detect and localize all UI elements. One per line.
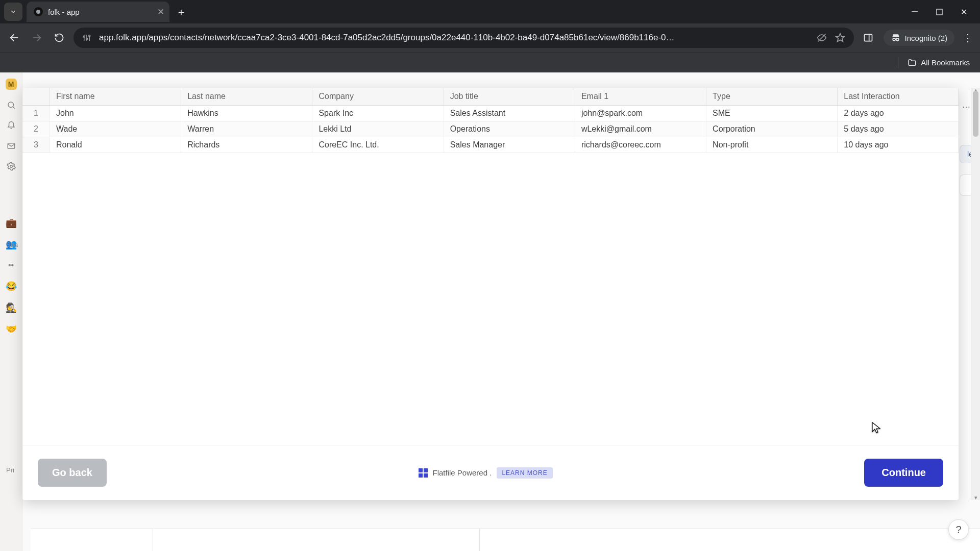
table-row[interactable]: 2WadeWarrenLekki LtdOperationswLekki@gma… bbox=[22, 121, 959, 137]
app-sidebar: M 💼 👥 •• 😂 🕵️ 🤝 bbox=[0, 72, 22, 551]
modal-footer: Go back Flatfile Powered . LEARN MORE Co… bbox=[22, 445, 959, 500]
incognito-icon bbox=[891, 33, 901, 43]
tab-strip: folk - app ✕ ＋ ✕ bbox=[0, 0, 980, 23]
table-cell[interactable]: Spark Inc bbox=[312, 106, 444, 121]
col-header[interactable]: Last name bbox=[181, 88, 312, 106]
table-cell[interactable]: Wade bbox=[50, 121, 181, 137]
new-tab-button[interactable]: ＋ bbox=[173, 3, 190, 20]
all-bookmarks-button[interactable]: All Bookmarks bbox=[908, 58, 970, 67]
gear-icon[interactable] bbox=[6, 161, 16, 171]
col-header[interactable]: Type bbox=[706, 88, 838, 106]
bg-footer bbox=[31, 529, 980, 551]
table-cell[interactable]: Operations bbox=[444, 121, 575, 137]
col-header[interactable]: Company bbox=[312, 88, 444, 106]
learn-more-link[interactable]: LEARN MORE bbox=[497, 467, 552, 479]
svg-marker-11 bbox=[836, 34, 844, 42]
table-cell[interactable]: richards@coreec.com bbox=[575, 137, 706, 153]
table-cell[interactable]: 10 days ago bbox=[838, 137, 959, 153]
workspace-avatar[interactable]: M bbox=[6, 79, 17, 90]
search-icon[interactable] bbox=[6, 100, 16, 110]
mail-icon[interactable] bbox=[6, 141, 16, 151]
close-window-button[interactable]: ✕ bbox=[959, 7, 969, 17]
address-bar[interactable]: app.folk.app/apps/contacts/network/ccaa7… bbox=[74, 28, 854, 48]
svg-rect-23 bbox=[424, 468, 428, 472]
sidebar-item[interactable]: 💼 bbox=[6, 217, 17, 229]
help-button[interactable]: ? bbox=[948, 519, 969, 540]
close-tab-button[interactable]: ✕ bbox=[157, 7, 164, 17]
bookmark-star-icon[interactable] bbox=[835, 33, 846, 43]
minimize-button[interactable] bbox=[910, 7, 920, 17]
svg-rect-12 bbox=[864, 34, 872, 41]
nav-back-button[interactable] bbox=[6, 30, 22, 46]
browser-chrome: folk - app ✕ ＋ ✕ app.folk.app/apps/conta… bbox=[0, 0, 980, 72]
table-cell[interactable]: 2 days ago bbox=[838, 106, 959, 121]
page: M 💼 👥 •• 😂 🕵️ 🤝 Sha Pri ⋯ le First name bbox=[0, 72, 980, 551]
site-settings-icon[interactable] bbox=[82, 33, 92, 42]
folder-icon bbox=[908, 58, 917, 67]
table-cell[interactable]: Ronald bbox=[50, 137, 181, 153]
sidepanel-icon[interactable] bbox=[860, 30, 876, 46]
table-cell[interactable]: 5 days ago bbox=[838, 121, 959, 137]
table-cell[interactable]: Hawkins bbox=[181, 106, 312, 121]
row-number: 1 bbox=[22, 106, 50, 121]
table-cell[interactable]: John bbox=[50, 106, 181, 121]
table-cell[interactable]: Non-profit bbox=[706, 137, 838, 153]
import-modal: First name Last name Company Job title E… bbox=[22, 88, 959, 500]
scrollbar[interactable]: ▴ ▾ bbox=[971, 88, 980, 500]
scroll-thumb[interactable] bbox=[973, 91, 978, 137]
flatfile-logo-icon bbox=[419, 468, 428, 478]
window-controls: ✕ bbox=[910, 7, 980, 17]
incognito-label: Incognito (2) bbox=[905, 34, 947, 42]
bookmarks-bar: All Bookmarks bbox=[0, 52, 980, 72]
bell-icon[interactable] bbox=[6, 120, 16, 131]
table-cell[interactable]: Richards bbox=[181, 137, 312, 153]
table-cell[interactable]: Sales Assistant bbox=[444, 106, 575, 121]
url-text: app.folk.app/apps/contacts/network/ccaa7… bbox=[99, 33, 809, 43]
browser-tab[interactable]: folk - app ✕ bbox=[27, 2, 169, 22]
tab-title: folk - app bbox=[48, 8, 80, 16]
sidebar-item[interactable]: 🤝 bbox=[6, 323, 17, 335]
table-cell[interactable]: wLekki@gmail.com bbox=[575, 121, 706, 137]
go-back-button[interactable]: Go back bbox=[38, 459, 107, 487]
continue-button[interactable]: Continue bbox=[864, 459, 943, 487]
table-cell[interactable]: SME bbox=[706, 106, 838, 121]
sidebar-item[interactable]: 🕵️ bbox=[6, 302, 17, 313]
table-cell[interactable]: john@spark.com bbox=[575, 106, 706, 121]
col-header[interactable]: Email 1 bbox=[575, 88, 706, 106]
col-header[interactable]: First name bbox=[50, 88, 181, 106]
svg-point-17 bbox=[8, 102, 14, 108]
scroll-down-icon[interactable]: ▾ bbox=[971, 494, 980, 501]
row-number: 3 bbox=[22, 137, 50, 153]
table-cell[interactable]: Warren bbox=[181, 121, 312, 137]
table-cell[interactable]: CoreEC Inc. Ltd. bbox=[312, 137, 444, 153]
svg-line-18 bbox=[13, 107, 14, 108]
more-icon[interactable]: •• bbox=[6, 260, 16, 270]
maximize-button[interactable] bbox=[934, 7, 944, 17]
row-number: 2 bbox=[22, 121, 50, 137]
table-cell[interactable]: Corporation bbox=[706, 121, 838, 137]
flatfile-badge: Flatfile Powered . LEARN MORE bbox=[419, 467, 553, 479]
chevron-down-icon bbox=[10, 8, 17, 15]
browser-toolbar: app.folk.app/apps/contacts/network/ccaa7… bbox=[0, 23, 980, 52]
browser-menu-button[interactable]: ⋮ bbox=[962, 32, 974, 44]
col-header[interactable]: Job title bbox=[444, 88, 575, 106]
col-header[interactable]: Last Interaction bbox=[838, 88, 959, 106]
table-row[interactable]: 3RonaldRichardsCoreEC Inc. Ltd.Sales Man… bbox=[22, 137, 959, 153]
svg-rect-24 bbox=[419, 473, 423, 478]
table-cell[interactable]: Lekki Ltd bbox=[312, 121, 444, 137]
svg-point-9 bbox=[89, 35, 90, 37]
table-scroll[interactable]: First name Last name Company Job title E… bbox=[22, 88, 959, 445]
page-menu-icon[interactable]: ⋯ bbox=[961, 101, 972, 112]
svg-point-8 bbox=[86, 38, 88, 40]
nav-reload-button[interactable] bbox=[51, 30, 67, 46]
svg-rect-25 bbox=[424, 473, 428, 478]
table-row[interactable]: 1JohnHawkinsSpark IncSales Assistantjohn… bbox=[22, 106, 959, 121]
sidebar-item[interactable]: 😂 bbox=[6, 281, 17, 292]
incognito-badge[interactable]: Incognito (2) bbox=[884, 30, 954, 46]
nav-forward-button[interactable] bbox=[29, 30, 45, 46]
table-cell[interactable]: Sales Manager bbox=[444, 137, 575, 153]
svg-rect-1 bbox=[937, 9, 942, 15]
svg-point-21 bbox=[10, 165, 12, 168]
tab-search-button[interactable] bbox=[4, 3, 22, 21]
eye-off-icon[interactable] bbox=[816, 33, 827, 43]
